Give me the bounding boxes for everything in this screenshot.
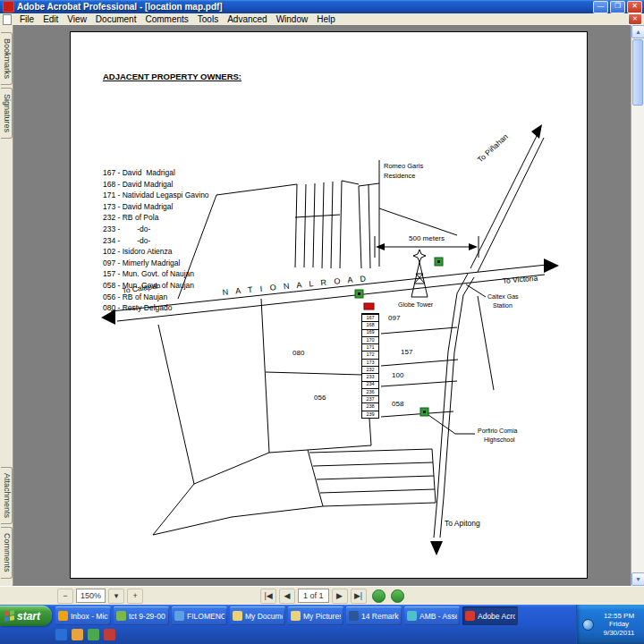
- numbered-parcel-strip: 1671681691701711721732322332342362372382…: [361, 313, 379, 419]
- zoom-level-value[interactable]: 150%: [76, 589, 106, 603]
- menu-bar: FileEditViewDocumentCommentsToolsAdvance…: [0, 13, 644, 26]
- sidebar-tab[interactable]: Comments: [1, 527, 13, 579]
- map-label-romeo-2: Residence: [384, 172, 415, 180]
- taskbar-button-icon: [174, 611, 184, 621]
- parcel-number-cell: 233: [362, 373, 378, 380]
- previous-page-button[interactable]: ◀: [279, 589, 295, 604]
- minimize-button[interactable]: —: [593, 1, 608, 13]
- sidebar-tab[interactable]: Signatures: [1, 88, 13, 139]
- taskbar-button-label: FILOMENO, OS...: [187, 612, 225, 621]
- zoom-menu-button[interactable]: ▾: [108, 589, 124, 604]
- page-navigation: |◀ ◀ 1 of 1 ▶ ▶|: [260, 589, 404, 604]
- document-close-button[interactable]: ✕: [628, 13, 642, 25]
- menu-item[interactable]: Help: [312, 13, 340, 25]
- last-page-button[interactable]: ▶|: [351, 589, 367, 604]
- parcel-label-100: 100: [392, 371, 404, 379]
- taskbar-button-label: 14 Remarks [C...: [361, 612, 399, 621]
- menu-item[interactable]: Tools: [193, 13, 223, 25]
- leader-lines: [428, 284, 486, 434]
- scroll-up-icon[interactable]: ▲: [631, 25, 644, 38]
- taskbar-button[interactable]: tct 9-29-00 an...: [114, 606, 169, 625]
- location-map: 500 meters: [71, 32, 587, 578]
- quick-launch-icon[interactable]: [88, 629, 99, 640]
- subject-property-marker: [364, 303, 374, 309]
- zoom-out-button[interactable]: −: [57, 589, 73, 604]
- star-marker-icon: [413, 250, 426, 262]
- taskbar-button[interactable]: Inbox - Micros...: [55, 606, 111, 625]
- taskbar-button-icon: [349, 611, 359, 621]
- taskbar-button-icon: [58, 611, 68, 621]
- scroll-down-icon[interactable]: ▼: [631, 572, 644, 586]
- nav-tabs-top: BookmarksSignatures: [0, 32, 13, 139]
- tray-clock[interactable]: 12:55 PM Friday 9/30/2011: [597, 612, 644, 638]
- taskbar-button-label: My Pictures: [303, 612, 341, 621]
- quick-launch-icon[interactable]: [104, 629, 115, 640]
- taskbar-button[interactable]: AMB - Asset M...: [404, 606, 460, 625]
- parcel-number-cell: 172: [362, 351, 378, 358]
- taskbar-button[interactable]: My Pictures: [288, 606, 343, 625]
- vertical-scrollbar[interactable]: ▲ ▼: [631, 25, 644, 586]
- zoom-in-button[interactable]: +: [127, 589, 143, 604]
- taskbar-button-icon: [116, 611, 126, 621]
- taskbar-button-icon: [407, 611, 417, 621]
- green-marker-icon: [435, 258, 443, 266]
- parcel-number-cell: 232: [362, 366, 378, 373]
- menu-item[interactable]: Window: [272, 13, 313, 25]
- taskbar-button[interactable]: My Documents: [230, 606, 285, 625]
- windows-flag-icon: [4, 610, 14, 622]
- first-page-button[interactable]: |◀: [260, 589, 276, 604]
- globe-tower-icon: [411, 262, 428, 297]
- menu-item[interactable]: File: [15, 13, 38, 25]
- taskbar-button-label: Adobe Acrobat...: [478, 612, 515, 621]
- parcel-number-cell: 238: [362, 402, 378, 410]
- taskbar-button-label: AMB - Asset M...: [419, 612, 457, 621]
- view-mode-button[interactable]: [391, 589, 404, 603]
- document-area[interactable]: ADJACENT PROPERTY OWNERS: 167 - David Ma…: [13, 25, 631, 586]
- parcel-number-cell: 234: [362, 381, 378, 388]
- parcel-label-056: 056: [314, 394, 326, 402]
- scale-bar: 500 meters: [375, 234, 479, 258]
- parcel-number-cell: 236: [362, 388, 378, 395]
- sidebar-tab[interactable]: Bookmarks: [1, 32, 13, 85]
- parcel-lines: [153, 160, 494, 535]
- map-label-to-apitong: To Apitong: [445, 519, 480, 528]
- taskbar-button-label: Inbox - Micros...: [71, 612, 108, 621]
- taskbar-button-label: tct 9-29-00 an...: [129, 612, 166, 621]
- map-label-national-road: N A T I O N A L R O A D: [222, 274, 369, 297]
- taskbar-button[interactable]: FILOMENO, OS...: [172, 606, 227, 625]
- scrollbar-thumb[interactable]: [632, 39, 643, 106]
- close-button[interactable]: ✕: [627, 1, 642, 13]
- map-label-school-2: Highschool: [484, 436, 515, 444]
- menu-item[interactable]: Advanced: [223, 13, 271, 25]
- menu-item[interactable]: Document: [91, 13, 141, 25]
- acrobat-status-bar: − 150% ▾ + |◀ ◀ 1 of 1 ▶ ▶|: [0, 586, 644, 605]
- map-label-to-calapan: To Calapan: [122, 281, 161, 295]
- next-page-button[interactable]: ▶: [332, 589, 348, 604]
- menu-item[interactable]: View: [63, 13, 91, 25]
- taskbar-button[interactable]: Adobe Acrobat...: [462, 606, 518, 625]
- taskbar-button-icon: [233, 611, 242, 621]
- start-button[interactable]: start: [0, 606, 52, 626]
- menu-item[interactable]: Comments: [140, 13, 192, 25]
- sidebar-tab[interactable]: Attachments: [1, 467, 13, 524]
- quick-launch: [55, 629, 115, 640]
- restore-button[interactable]: ❐: [610, 1, 625, 13]
- system-tray: 12:55 PM Friday 9/30/2011: [576, 605, 644, 644]
- tray-icon[interactable]: [582, 619, 594, 631]
- green-marker-icon: [355, 290, 363, 298]
- map-label-globe-tower: Globe Tower: [398, 301, 434, 308]
- map-label-caltex-2: Station: [493, 302, 513, 309]
- pinahan-apitong-road: [430, 124, 544, 555]
- quick-launch-icon[interactable]: [55, 629, 67, 640]
- view-mode-button[interactable]: [372, 589, 386, 603]
- page-number-indicator[interactable]: 1 of 1: [298, 589, 329, 603]
- parcel-label-058: 058: [392, 400, 404, 408]
- map-label-school-1: Porfirio Comia: [478, 428, 517, 434]
- taskbar-button-icon: [291, 611, 301, 621]
- taskbar-button[interactable]: 14 Remarks [C...: [346, 606, 402, 625]
- menu-item[interactable]: Edit: [38, 13, 63, 25]
- menu-items: FileEditViewDocumentCommentsToolsAdvance…: [15, 13, 628, 25]
- parcel-number-cell: 237: [362, 395, 378, 402]
- quick-launch-icon[interactable]: [72, 629, 83, 640]
- parcel-label-097: 097: [388, 314, 401, 322]
